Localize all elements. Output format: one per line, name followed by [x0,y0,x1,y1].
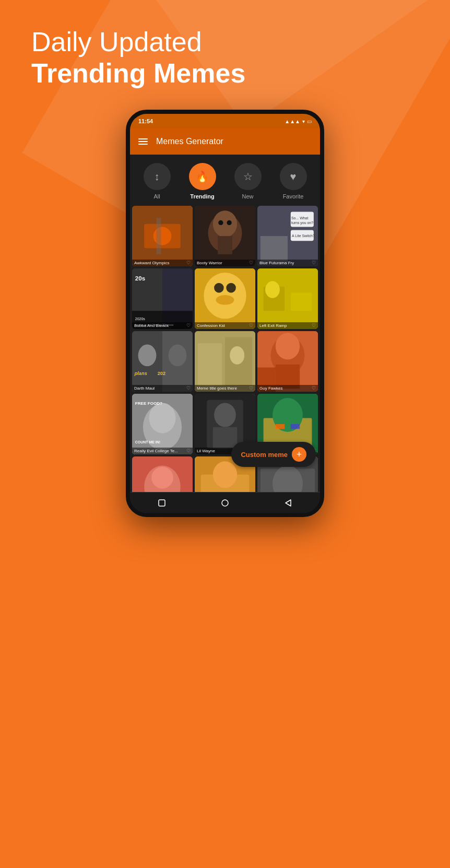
meme-favorite[interactable]: ♡ [249,260,253,265]
svg-point-74 [222,500,228,506]
meme-item[interactable]: plans 202 Darth Maul ♡ [132,331,193,392]
status-time: 11:54 [138,118,153,124]
hero-line1: Daily Updated [31,26,419,57]
meme-item[interactable]: So... What turns you on? A Lite Switch? … [257,206,318,266]
svg-point-37 [169,345,187,367]
filter-tabs: ↕ All 🔥 Trending ☆ New ♥ Favorite [130,155,320,204]
meme-thumbnail [132,456,193,492]
meme-thumbnail: So... What turns you on? A Lite Switch? [257,206,318,266]
svg-text:202: 202 [158,371,165,376]
svg-point-27 [226,283,236,293]
meme-item[interactable]: Confession Kid ♡ [195,268,255,329]
phone-side-button-left-3 [126,218,128,242]
tab-all-icon: ↕ [144,163,171,190]
svg-point-28 [216,295,234,305]
svg-text:plans: plans [134,371,147,376]
meme-favorite[interactable]: ♡ [186,323,191,328]
meme-favorite[interactable]: ♡ [312,385,316,391]
svg-point-36 [138,345,157,367]
tab-new[interactable]: ☆ New [234,163,262,200]
tab-trending[interactable]: 🔥 Trending [189,163,216,200]
svg-point-65 [151,467,173,489]
meme-title: Awkward Olympics [132,260,193,266]
meme-thumbnail [132,206,193,266]
battery-icon: ▭ [307,119,312,124]
svg-rect-57 [213,427,237,449]
tab-favorite[interactable]: ♥ Favorite [280,163,307,200]
meme-thumbnail [257,268,318,329]
svg-point-7 [218,220,223,225]
tab-all-label: All [153,193,160,200]
custom-meme-label: Custom meme [241,451,288,459]
svg-point-47 [276,333,300,359]
meme-title: Darth Maul [132,385,193,392]
meme-favorite[interactable]: ♡ [312,260,316,265]
signal-icon: ▲▲▲ [285,119,300,124]
svg-text:A Lite Switch?: A Lite Switch? [292,234,315,238]
meme-title: Really Evil College Te... [132,448,193,454]
meme-thumbnail [195,206,255,266]
app-bar: Memes Generator [130,128,320,155]
custom-meme-button[interactable]: Custom meme + [231,442,316,467]
wifi-icon: ▾ [302,119,305,124]
tab-new-label: New [242,193,253,200]
meme-item[interactable]: ♡ [132,456,193,492]
meme-title: Blue Futurama Fry [257,260,318,266]
hero-line2: Trending Memes [31,57,419,89]
meme-item[interactable]: Booty Warrior ♡ [195,206,255,266]
meme-favorite[interactable]: ♡ [249,323,253,328]
svg-rect-41 [198,343,222,385]
svg-point-2 [153,227,172,245]
meme-item[interactable]: Meme title goes there ♡ [195,331,255,392]
meme-favorite[interactable]: ♡ [186,260,191,265]
meme-favorite[interactable]: ♡ [249,385,253,391]
svg-rect-62 [291,424,300,429]
meme-item[interactable]: 20s 2020s Looks at me I'm the 20s now Bu… [132,268,193,329]
meme-item[interactable]: Left Exit Ramp ♡ [257,268,318,329]
svg-rect-61 [276,424,285,429]
svg-rect-9 [218,236,232,254]
svg-point-26 [214,283,224,293]
meme-favorite[interactable]: ♡ [312,323,316,328]
meme-favorite[interactable]: ♡ [186,385,191,391]
svg-text:So... What: So... What [291,216,309,220]
meme-favorite[interactable]: ♡ [186,448,191,453]
plus-icon: + [292,447,306,462]
svg-point-32 [265,281,280,298]
tab-new-icon: ☆ [234,163,262,190]
svg-point-69 [213,461,237,488]
phone-side-button-left-2 [126,190,128,213]
svg-point-8 [227,220,231,225]
status-bar: 11:54 ▲▲▲ ▾ ▭ [130,114,320,128]
meme-thumbnail: FREE FOOD? COUNT ME IN! [132,394,193,454]
meme-item[interactable]: Guy Fawkes ♡ [257,331,318,392]
svg-point-56 [214,403,236,427]
tab-favorite-label: Favorite [283,193,304,200]
hero-header: Daily Updated Trending Memes [0,0,450,104]
svg-rect-3 [156,218,161,254]
svg-rect-31 [291,292,312,311]
nav-back-button[interactable] [282,497,294,509]
tab-all[interactable]: ↕ All [144,163,171,200]
svg-text:20s: 20s [135,275,145,281]
phone-side-button-right [322,177,324,203]
svg-point-6 [213,210,237,237]
meme-title: Bubba And Barack [132,322,193,329]
svg-point-43 [230,346,244,365]
menu-button[interactable] [138,138,148,145]
svg-text:turns you on?: turns you on? [291,221,313,225]
meme-thumbnail: 20s 2020s Looks at me I'm the 20s now [132,268,193,329]
svg-rect-73 [159,500,165,506]
meme-title: Meme title goes there [195,385,255,392]
meme-thumbnail [195,331,255,392]
svg-marker-75 [286,500,291,506]
tab-trending-label: Trending [190,193,214,200]
nav-square-button[interactable] [156,497,168,509]
nav-home-button[interactable] [219,497,231,509]
meme-thumbnail [257,331,318,392]
meme-item[interactable]: Awkward Olympics ♡ [132,206,193,266]
meme-thumbnail [195,268,255,329]
meme-title: Guy Fawkes [257,385,318,392]
meme-thumbnail: plans 202 [132,331,193,392]
meme-item[interactable]: FREE FOOD? COUNT ME IN! Really Evil Coll… [132,394,193,454]
